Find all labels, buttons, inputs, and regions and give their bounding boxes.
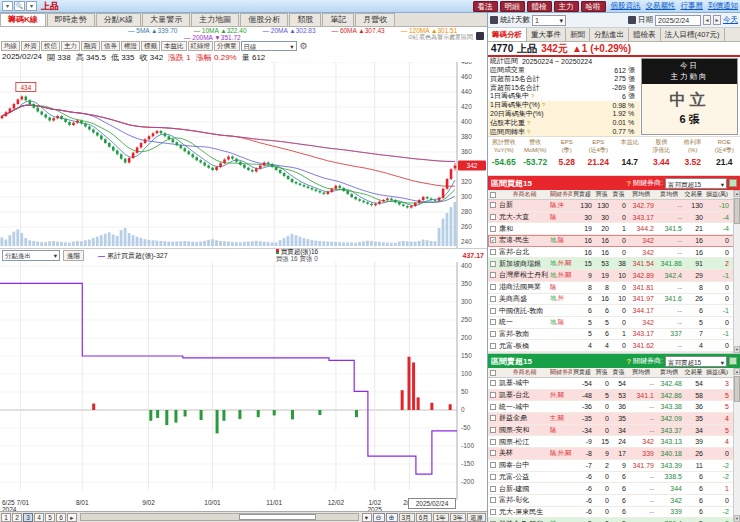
- advanced-button[interactable]: 進階: [63, 250, 84, 261]
- broker-row[interactable]: 台新-建國-606--34461: [488, 483, 740, 495]
- column-header-券商名稱[interactable]: 券商名稱: [498, 368, 550, 377]
- search-icon[interactable]: 🔍: [14, 1, 25, 11]
- gear-icon[interactable]: ⚙: [300, 41, 308, 51]
- broker-row[interactable]: 統一地,隔550342--50: [488, 317, 740, 329]
- zoom-in-icon[interactable]: ⊕: [386, 513, 398, 522]
- range-button-1年[interactable]: 1年: [433, 513, 449, 522]
- help-icon[interactable]: ?: [626, 357, 631, 366]
- broker-row[interactable]: 中國信託-敦南660344.17--6-1: [488, 305, 740, 317]
- key-broker-select[interactable]: 富邦買超15▾: [665, 178, 727, 189]
- tab-月營收[interactable]: 月營收: [355, 13, 395, 26]
- column-header-賣張[interactable]: 賣張: [611, 368, 628, 377]
- broker-row[interactable]: 美商高盛地,外61610341.97341.6260: [488, 294, 740, 306]
- broker-row[interactable]: 台灣摩根士丹利地,外,關91910342.89342.429-1: [488, 270, 740, 282]
- row-checkbox[interactable]: [490, 486, 496, 492]
- page-button-1[interactable]: 1: [1, 513, 11, 522]
- row-checkbox[interactable]: [490, 261, 496, 267]
- h-scrollbar-thumb[interactable]: [239, 514, 316, 520]
- row-checkbox[interactable]: ✓: [490, 237, 496, 243]
- overlay-toggle-主力[interactable]: 主力: [61, 41, 80, 51]
- h-scrollbar[interactable]: [80, 513, 359, 521]
- chevron-down-icon[interactable]: ▾: [26, 1, 37, 11]
- row-checkbox[interactable]: [490, 474, 496, 480]
- page-button-2[interactable]: 2: [12, 513, 22, 522]
- broker-row[interactable]: 元大-屏東民生-606--3396-2: [488, 507, 740, 519]
- broker-row[interactable]: 美林隔,外,關-8917339340.18260: [488, 448, 740, 460]
- export-icon[interactable]: [729, 179, 737, 187]
- broker-row[interactable]: 台新隔,沖1301300342.79--130-10: [488, 200, 740, 212]
- export-icon[interactable]: [729, 357, 737, 365]
- broker-row[interactable]: 凱基-台北外,關-48553341.1342.86585: [488, 390, 740, 402]
- column-header-賣均價[interactable]: 賣均價: [656, 190, 684, 199]
- overlay-toggle-分價量[interactable]: 分價量: [214, 41, 240, 51]
- restore-button[interactable]: 還原: [467, 513, 486, 522]
- tab-即時走勢[interactable]: 即時走勢: [47, 13, 95, 26]
- overlay-toggle-借券[interactable]: 借券: [101, 41, 120, 51]
- column-header-買賣超[interactable]: 買賣超: [572, 368, 594, 377]
- row-checkbox[interactable]: [490, 392, 496, 398]
- overlay-toggle-標籤[interactable]: 標籤: [141, 41, 160, 51]
- lock-icon[interactable]: [476, 32, 484, 40]
- lower-indicator-select[interactable]: 分點進出▾: [2, 250, 60, 261]
- lower-chart-svg[interactable]: 400350300250200150100500-50-100-150-200: [0, 262, 487, 500]
- column-header-賣張[interactable]: 賣張: [611, 190, 628, 199]
- tab-籌碼K線[interactable]: 籌碼K線: [0, 13, 46, 26]
- date-input[interactable]: 2025/2/24: [655, 15, 701, 26]
- overlay-toggle-紅綠燈[interactable]: 紅綠燈: [188, 41, 214, 51]
- tab-重大事件[interactable]: 重大事件: [527, 28, 566, 41]
- column-header-損益(萬)[interactable]: 損益(萬): [705, 190, 731, 199]
- broker-row[interactable]: 元富-公益-606--338.56-2: [488, 472, 740, 484]
- row-checkbox[interactable]: [490, 343, 496, 349]
- row-checkbox[interactable]: [490, 450, 496, 456]
- tab-籌碼分析[interactable]: 籌碼分析: [488, 28, 527, 41]
- page-button-3[interactable]: 3: [23, 513, 33, 522]
- broker-row[interactable]: 元富-板橋440341.62--40: [488, 340, 740, 352]
- tab-分點進出[interactable]: 分點進出: [590, 28, 629, 41]
- range-button-3年[interactable]: 3年: [450, 513, 466, 522]
- lock-icon[interactable]: [490, 16, 498, 24]
- broker-row[interactable]: 群益金鼎主,關-35035--342.09354: [488, 413, 740, 425]
- broker-row[interactable]: 富邦-敦南561343.173377-1: [488, 329, 740, 341]
- broker-row[interactable]: 統一-城中-36036--343.38365: [488, 401, 740, 413]
- stat-days-select[interactable]: 1▾: [532, 15, 566, 26]
- row-checkbox[interactable]: [490, 202, 496, 208]
- column-header-損益(萬)[interactable]: 損益(萬): [705, 368, 731, 377]
- row-checkbox[interactable]: [490, 415, 496, 421]
- broker-row[interactable]: 康和19201344.2341.521-4: [488, 223, 740, 235]
- prev-day-button[interactable]: ◂: [703, 15, 711, 25]
- column-header-交易量[interactable]: 交易量: [684, 368, 705, 377]
- chevron-down-icon[interactable]: ▾: [362, 513, 372, 522]
- column-header-買賣超[interactable]: 買賣超: [572, 190, 594, 199]
- topbar-button-主力[interactable]: 主力: [554, 1, 579, 12]
- column-header-券商名稱[interactable]: 券商名稱: [498, 190, 550, 199]
- topbar-button-明細[interactable]: 明細: [500, 1, 525, 12]
- tab-分點K線[interactable]: 分點K線: [96, 13, 141, 26]
- range-button-3月[interactable]: 3月: [399, 513, 415, 522]
- column-header-買張[interactable]: 買張: [594, 190, 611, 199]
- broker-row[interactable]: 富邦-台北16160342--160: [488, 247, 740, 259]
- topbar-link[interactable]: 行事曆: [681, 1, 704, 11]
- row-checkbox[interactable]: [490, 497, 496, 503]
- row-checkbox[interactable]: [490, 509, 496, 515]
- tab-新聞[interactable]: 新聞: [566, 28, 590, 41]
- page-button-4[interactable]: 4: [34, 513, 44, 522]
- tab-主力地圖[interactable]: 主力地圖: [191, 13, 239, 26]
- tab-類股[interactable]: 類股: [289, 13, 321, 26]
- row-checkbox[interactable]: [490, 404, 496, 410]
- chevron-down-icon[interactable]: ▾: [2, 1, 13, 11]
- price-chart-svg[interactable]: 4804604404204003803603403203002802602404…: [0, 62, 487, 248]
- period-select[interactable]: 日線▾: [241, 41, 297, 51]
- column-header-買均價[interactable]: 買均價: [628, 368, 656, 377]
- column-header-關鍵券商[interactable]: 關鍵券商: [550, 190, 572, 199]
- row-checkbox[interactable]: [490, 427, 496, 433]
- tab-法人目標(407元)[interactable]: 法人目標(407元): [661, 28, 725, 41]
- topbar-link[interactable]: 交易屬性: [646, 1, 676, 11]
- topbar-link[interactable]: 到價通知: [708, 1, 738, 11]
- topbar-button-體檢[interactable]: 體檢: [527, 1, 552, 12]
- range-button-6月[interactable]: 6月: [416, 513, 432, 522]
- row-checkbox[interactable]: [490, 226, 496, 232]
- row-checkbox[interactable]: [490, 214, 496, 220]
- row-checkbox[interactable]: [490, 308, 496, 314]
- broker-row[interactable]: 國票-安和隔-34034--343.37345: [488, 425, 740, 437]
- page-button-6[interactable]: 6: [56, 513, 66, 522]
